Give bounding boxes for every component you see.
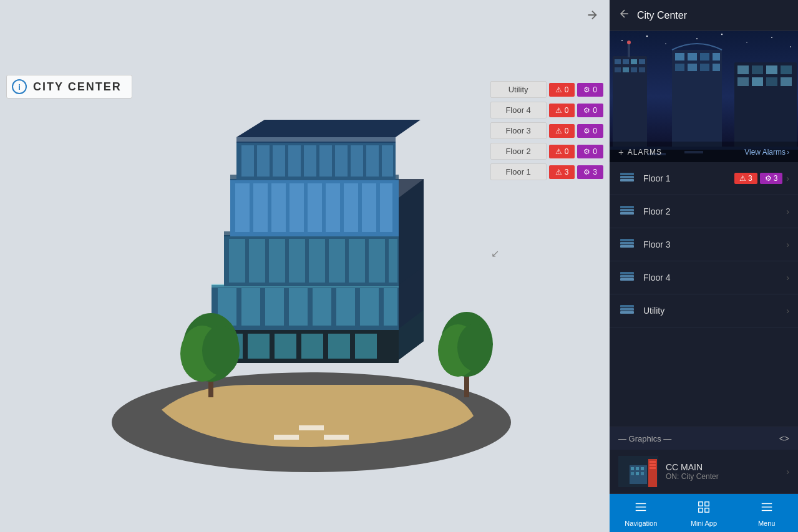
navigation-icon — [634, 500, 648, 517]
svg-rect-38 — [326, 183, 340, 232]
svg-rect-52 — [366, 145, 379, 177]
svg-rect-123 — [631, 467, 634, 470]
svg-rect-37 — [308, 183, 322, 232]
nav-label-mini-app: Mini App — [691, 520, 717, 527]
svg-rect-45 — [257, 145, 270, 177]
svg-rect-114 — [620, 239, 634, 241]
svg-rect-54 — [236, 137, 396, 143]
alarms-bar: + ALARMS View Alarms › — [610, 142, 798, 162]
floor-stack-icon — [618, 236, 636, 253]
mini-app-icon — [697, 500, 711, 517]
svg-rect-90 — [688, 64, 697, 71]
city-name: CITY CENTER — [33, 80, 122, 94]
svg-rect-138 — [699, 508, 703, 512]
nav-item-mini-app[interactable]: Mini App — [673, 494, 736, 532]
chevron-right-icon: › — [786, 173, 789, 183]
svg-rect-29 — [369, 239, 385, 283]
alarm-icon: ⚠ — [555, 168, 562, 177]
floor-row-2[interactable]: Floor 2 ⚠ 0 ⚙ 0 — [490, 143, 603, 160]
svg-rect-24 — [269, 239, 285, 283]
svg-rect-126 — [631, 472, 634, 475]
graphics-item-cc-main[interactable]: CC MAIN ON: City Center › — [610, 450, 798, 494]
floor-row-3[interactable]: Floor 3 ⚠ 0 ⚙ 0 — [490, 122, 603, 139]
nav-item-navigation[interactable]: Navigation — [610, 494, 673, 532]
graphics-thumbnail — [618, 456, 658, 487]
svg-rect-36 — [290, 183, 304, 232]
svg-point-65 — [621, 40, 623, 41]
floor-alarm-badge-1: ⚠ 3 — [549, 165, 575, 179]
right-panel: City Center — [610, 0, 798, 532]
svg-rect-76 — [631, 59, 637, 64]
svg-rect-25 — [289, 239, 305, 283]
alarm-icon: ⚠ — [555, 106, 562, 115]
floor-list-name-floor4: Floor 4 — [643, 273, 782, 283]
svg-rect-80 — [631, 67, 637, 72]
svg-point-66 — [646, 36, 648, 37]
nav-label-menu: Menu — [758, 520, 776, 527]
city-photo: + ALARMS View Alarms › — [610, 31, 798, 162]
svg-rect-96 — [766, 65, 777, 74]
view-alarms-link[interactable]: View Alarms › — [744, 148, 789, 157]
svg-rect-44 — [241, 145, 254, 177]
floor-row-4[interactable]: Floor 4 ⚠ 0 ⚙ 0 — [490, 102, 603, 118]
floor1-alarm-badge: ⚠ 3 — [734, 173, 757, 184]
svg-rect-2 — [274, 435, 299, 440]
svg-rect-81 — [639, 67, 645, 72]
floor-settings-badge-utility: ⚙ 0 — [577, 83, 603, 97]
svg-rect-82 — [628, 44, 630, 57]
panel-title: City Center — [637, 10, 687, 21]
floor-stack-icon — [618, 302, 636, 319]
floor-label-2: Floor 2 — [490, 143, 547, 160]
svg-rect-47 — [288, 145, 301, 177]
floor-list-name-floor1: Floor 1 — [643, 173, 734, 183]
svg-rect-6 — [248, 334, 270, 359]
svg-rect-1 — [299, 425, 324, 430]
chevron-right-icon: › — [786, 467, 789, 476]
svg-rect-101 — [781, 77, 792, 86]
svg-rect-115 — [620, 278, 634, 281]
floor-list-item-floor1[interactable]: Floor 1 ⚠ 3 ⚙ 3 › — [610, 162, 798, 195]
svg-rect-113 — [620, 242, 634, 244]
code-icon[interactable]: <> — [779, 433, 789, 443]
svg-point-67 — [665, 43, 666, 44]
svg-rect-131 — [650, 464, 656, 466]
svg-rect-111 — [620, 206, 634, 208]
svg-rect-89 — [675, 64, 684, 71]
svg-rect-125 — [641, 467, 644, 470]
back-button[interactable] — [618, 7, 631, 23]
svg-rect-7 — [275, 334, 296, 359]
floor-row-utility[interactable]: Utility ⚠ 0 ⚙ 0 — [490, 81, 603, 98]
export-icon[interactable] — [583, 6, 601, 24]
panel-header: City Center — [610, 0, 798, 31]
floor-list: Floor 1 ⚠ 3 ⚙ 3 › — [610, 162, 798, 427]
floor-list-item-floor3[interactable]: Floor 3 › — [610, 228, 798, 261]
svg-rect-50 — [335, 145, 348, 177]
bottom-nav: Navigation Mini App Menu — [610, 494, 798, 532]
svg-rect-33 — [235, 183, 250, 232]
settings-icon: ⚙ — [583, 168, 590, 177]
floor-stack-icon — [618, 269, 636, 286]
nav-item-menu[interactable]: Menu — [735, 494, 798, 532]
svg-rect-120 — [620, 305, 634, 307]
chevron-right-icon: › — [786, 306, 789, 316]
floor-list-item-floor4[interactable]: Floor 4 › — [610, 261, 798, 294]
svg-rect-39 — [344, 183, 358, 232]
floor-row-1[interactable]: Floor 1 ⚠ 3 ⚙ 3 — [490, 163, 603, 180]
svg-rect-124 — [636, 467, 639, 470]
svg-rect-9 — [328, 334, 350, 359]
floor-label-3: Floor 3 — [490, 122, 547, 139]
floor-list-name-utility: Utility — [643, 306, 782, 316]
svg-rect-130 — [650, 461, 656, 463]
chevron-right-icon: › — [786, 206, 789, 216]
floor-label-4: Floor 4 — [490, 102, 547, 118]
svg-rect-79 — [623, 67, 629, 72]
floor-label-utility: Utility — [490, 81, 547, 98]
floor-list-item-utility[interactable]: Utility › — [610, 294, 798, 327]
svg-rect-48 — [304, 145, 316, 177]
info-icon[interactable]: i — [12, 79, 27, 94]
floor1-settings-badge: ⚙ 3 — [760, 173, 783, 184]
svg-rect-87 — [700, 53, 709, 60]
svg-rect-106 — [620, 179, 634, 181]
floor-list-item-floor2[interactable]: Floor 2 › — [610, 195, 798, 228]
svg-rect-107 — [620, 176, 634, 178]
